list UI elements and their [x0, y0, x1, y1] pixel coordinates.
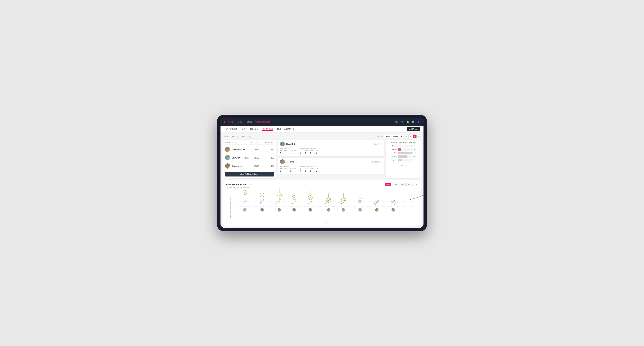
app-label: APP: [305, 168, 308, 169]
bar-fill: [398, 155, 407, 158]
card-date: 26 Aug 2023: [372, 161, 382, 163]
avatar-icon[interactable]: 👤: [417, 121, 420, 123]
tournament-label: Tournament: [280, 150, 288, 151]
dot-circle-britt: 5x: [308, 195, 312, 200]
card-avatar: [280, 142, 285, 147]
card-name: Josh Coles: [286, 161, 296, 163]
y-axis-label-container: Best Streak, Fairway Accuracy: [226, 191, 235, 223]
subnav-all-players[interactable]: All Players: [284, 128, 294, 131]
bar-value: 131: [414, 159, 419, 161]
putt-stat: PUTT 1: [316, 168, 320, 172]
card-stats: Total Rounds Tournament 8 Practice 4: [280, 148, 382, 155]
card-avatar: [280, 159, 285, 164]
pb-avg: 103: [264, 165, 274, 167]
col-player-name: PLAYER NAME: [225, 142, 250, 143]
table-row[interactable]: 3 Cameron... 17/20 103: [225, 162, 274, 170]
period-select[interactable]: Last 3 months: [384, 135, 403, 138]
subnav-tour[interactable]: Tour: [277, 128, 281, 131]
bar-chart-panel: Rounds Tournament Practice Eagles 3: [386, 140, 421, 178]
pb-score: 17/20: [250, 165, 264, 167]
pb-avg: 107: [264, 157, 274, 159]
leaderboard-panel: PLAYER NAME PB SCORE PB AVG SQ 1 Richard…: [223, 140, 276, 178]
table-row[interactable]: 1 Richard Butler 19/20 110: [225, 146, 274, 154]
settings-icon[interactable]: ⚙️: [412, 121, 414, 123]
bar-row-dbogeys: D. Bogeys + 131: [388, 159, 419, 161]
player-info: 2 Edward Crossman: [225, 155, 250, 161]
practice-value: 2: [290, 170, 292, 172]
dot-circle-billingham: 6x: [277, 193, 282, 197]
player-name-billingham: D. Billingham: [275, 198, 282, 205]
nav-teams[interactable]: Teams: [246, 121, 252, 123]
subnav-pga[interactable]: PGA: [240, 128, 245, 131]
player-avatar-mcharg: [260, 208, 264, 212]
tournament-stat: Tournament 8: [280, 150, 288, 155]
player-name: Cameron...: [232, 165, 242, 167]
player-card-rees-britt: Rees Britt 02 Sep 2023 Total Rounds Tour…: [278, 140, 384, 156]
rounds-sub: Tournament 7 Practice 2: [280, 168, 296, 172]
putt-value: 0: [316, 152, 317, 154]
bar-value: 311: [414, 156, 419, 157]
arg-stat: ARG 0: [310, 168, 314, 172]
player-avatar-ebert: [243, 208, 246, 212]
player-avatar-billingham: [278, 208, 281, 212]
view-full-leaderboard-button[interactable]: View Full Leaderboard: [225, 172, 274, 176]
dot-chart-wrapper: Best Streak, Fairway Accuracy: [226, 191, 418, 223]
legend-tournament: Tournament: [399, 142, 407, 143]
app-stat: APP 0: [305, 150, 308, 155]
putt-button[interactable]: PUTT: [406, 183, 414, 186]
subnav-team-clippd[interactable]: Team Clippd: [262, 128, 273, 131]
streaks-header: Best Round Streaks ← OTT APP ARG PUTT ←: [226, 183, 418, 186]
list-view-icon[interactable]: ≡: [408, 135, 412, 138]
ott-label: OTT: [300, 150, 303, 151]
arg-label: ARG: [310, 150, 314, 151]
arg-stat: ARG 0: [310, 150, 314, 155]
dot-col-ford: 4x B. Ford: [341, 193, 346, 212]
user-icon[interactable]: 👤: [401, 121, 404, 123]
x-label-0: 0: [398, 162, 399, 164]
bell-icon[interactable]: 🔔: [406, 121, 409, 123]
bar-label: Birdies: [388, 149, 397, 150]
tournament-value: 7: [280, 170, 281, 172]
nav-home[interactable]: Home: [237, 121, 242, 123]
practice-activities-group: Total Practice Activities OTT 0 APP 0: [300, 148, 320, 155]
view-icons: ⊞ ≡ ▤ ⊟: [404, 135, 421, 138]
team-title-area: Team Clippd | 14 Players ✏️: [223, 135, 251, 138]
practice-stat: Practice 2: [290, 168, 296, 172]
rounds-sub: Tournament 8 Practice 4: [280, 150, 296, 155]
ott-buttons: OTT APP ARG PUTT ←: [385, 183, 418, 186]
dot-col-butler: 3x R. Butler: [374, 195, 380, 212]
app-button[interactable]: APP: [392, 183, 398, 186]
card-header: Rees Britt 02 Sep 2023: [280, 142, 382, 147]
subnav-hcaps[interactable]: Hcaps 1-5: [248, 128, 258, 131]
avatar: 1: [225, 147, 230, 152]
x-label-400: 400: [417, 162, 419, 164]
grid-view-icon[interactable]: ⊞: [404, 135, 408, 138]
pb-avg: 110: [264, 149, 274, 151]
add-team-button[interactable]: Add Team: [407, 127, 420, 131]
practice-activities-label: Total Practice Activities: [300, 148, 320, 150]
practice-stat: Practice 4: [290, 150, 296, 155]
team-header: Team Clippd | 14 Players ✏️ Show Last 3 …: [223, 135, 421, 138]
ott-button[interactable]: OTT: [385, 183, 391, 186]
card-view-icon[interactable]: ▤: [413, 135, 416, 138]
pb-score: 19/20: [250, 149, 264, 151]
nav-my-performance[interactable]: My Performance: [255, 121, 270, 123]
bar-track: [398, 148, 413, 151]
streaks-subtitle: Off The Tee, Fairway Accuracy: [226, 187, 418, 189]
practice-label: Practice: [290, 150, 296, 151]
bar-row-pars: Pars 499: [388, 152, 419, 154]
dot-col-crossman: 4x E. Crossman: [324, 193, 333, 212]
table-view-icon[interactable]: ⊟: [417, 135, 421, 138]
rank-badge-1: 1: [228, 150, 230, 152]
table-row[interactable]: 2 Edward Crossman 18/20 107: [225, 154, 274, 162]
subnav-pgat[interactable]: PGAT Players: [224, 128, 237, 131]
rank-badge-2: 2: [228, 158, 230, 161]
dot-circle-ebert: 7x: [242, 190, 247, 195]
card-stats: Total Rounds Tournament 7 Practice 2: [280, 166, 382, 172]
edit-team-icon[interactable]: ✏️: [248, 136, 251, 138]
avatar: 2: [225, 155, 230, 161]
search-icon[interactable]: 🔍: [395, 121, 398, 123]
player-avatar-butler: [375, 208, 378, 212]
arg-button[interactable]: ARG: [399, 183, 406, 186]
dot-col-quick: 3x C. Quick: [390, 195, 396, 212]
